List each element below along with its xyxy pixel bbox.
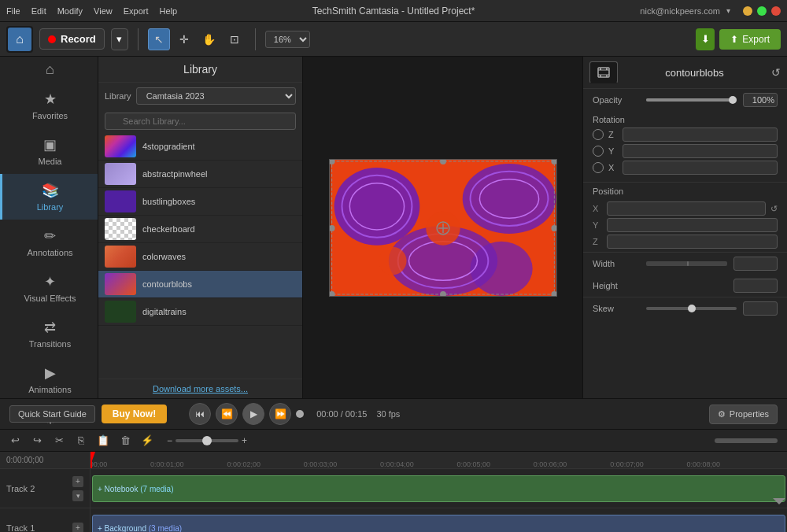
select-tool-button[interactable]: ↖ xyxy=(148,28,170,50)
svg-rect-31 xyxy=(606,76,608,77)
timeline-scrollbar[interactable] xyxy=(715,438,778,443)
sidebar-item-visual-effects[interactable]: ✦ Visual Effects xyxy=(0,265,98,311)
opacity-slider[interactable] xyxy=(646,98,737,102)
skew-slider[interactable] xyxy=(646,307,737,310)
library-item[interactable]: bustlingboxes xyxy=(98,188,302,216)
download-arrow-button[interactable]: ⬇ xyxy=(696,28,715,50)
width-input[interactable]: 1,920.0 xyxy=(733,257,778,271)
delete-button[interactable]: 🗑 xyxy=(116,432,134,449)
track-2-content[interactable]: + Notebook (7 media) xyxy=(91,469,787,508)
sidebar-item-home[interactable]: ⌂ xyxy=(0,57,98,83)
time-display: 00:00 / 00:15 xyxy=(316,409,367,419)
pos-x-reset-button[interactable]: ↺ xyxy=(770,204,778,214)
step-back-button[interactable]: ⏪ xyxy=(216,403,238,425)
svg-rect-28 xyxy=(600,68,601,70)
pos-z-input[interactable]: 0.0 xyxy=(607,235,778,249)
sidebar-item-library[interactable]: 📚 Library xyxy=(0,174,98,220)
pos-y-input[interactable]: -6.3 xyxy=(607,218,778,232)
library-panel: Library Library Camtasia 2023 🔍 4stopgra… xyxy=(98,57,303,398)
zoom-select[interactable]: 16% xyxy=(265,31,310,48)
rotation-z-input[interactable]: 0.0° xyxy=(623,127,778,142)
play-pause-button[interactable]: ▶ xyxy=(242,403,264,425)
zoom-in-button[interactable]: + xyxy=(242,435,247,446)
library-item[interactable]: digitaltrains xyxy=(98,298,302,326)
rotation-header: Rotation xyxy=(583,111,787,126)
cut-button[interactable]: ✂ xyxy=(50,432,68,449)
zoom-out-button[interactable]: − xyxy=(167,435,172,446)
timeline-zoom-slider[interactable] xyxy=(176,439,238,442)
go-to-start-button[interactable]: ⏮ xyxy=(189,403,211,425)
track-2-collapse-button[interactable]: ▾ xyxy=(72,490,83,501)
menu-bar: File Edit Modify View Export Help xyxy=(6,6,177,16)
close-button[interactable] xyxy=(771,6,781,16)
rotation-x-input[interactable]: 0.0° xyxy=(623,161,778,175)
move-tool-button[interactable]: ✛ xyxy=(173,28,195,50)
record-dropdown-button[interactable]: ▾ xyxy=(111,28,128,50)
library-item[interactable]: 4stopgradient xyxy=(98,133,302,161)
menu-edit[interactable]: Edit xyxy=(31,6,46,16)
library-item[interactable]: checkerboard xyxy=(98,216,302,243)
record-button[interactable]: Record xyxy=(39,28,105,50)
search-input[interactable] xyxy=(105,113,296,130)
track-1-content[interactable]: + Background (3 media) xyxy=(91,508,787,532)
maximize-button[interactable] xyxy=(757,6,767,16)
menu-file[interactable]: File xyxy=(6,6,20,16)
track-2-clip[interactable]: + Notebook (7 media) xyxy=(92,475,785,502)
sidebar-item-media[interactable]: ▣ Media xyxy=(0,128,98,174)
rotation-y-input[interactable]: 0.0° xyxy=(623,144,778,158)
library-item[interactable]: colorwaves xyxy=(98,243,302,271)
skew-label: Skew xyxy=(593,304,640,313)
copy-button[interactable]: ⎘ xyxy=(72,432,90,449)
sidebar-item-annotations[interactable]: ✏ Annotations xyxy=(0,220,98,265)
properties-reset-button[interactable]: ↺ xyxy=(771,66,781,79)
track-1-add-button[interactable]: + xyxy=(72,523,83,533)
search-row: 🔍 xyxy=(98,109,302,133)
film-icon xyxy=(597,65,611,79)
lib-thumb xyxy=(105,190,136,212)
quick-start-guide-button[interactable]: Quick Start Guide xyxy=(9,405,95,423)
split-button[interactable]: ⚡ xyxy=(139,432,156,449)
redo-button[interactable]: ↪ xyxy=(28,432,46,449)
rotation-y-row: Y 0.0° xyxy=(593,144,778,158)
pos-x-label: X xyxy=(593,204,602,213)
ruler-mark-1: 0:00:01;00 xyxy=(150,460,184,468)
properties-tab[interactable] xyxy=(589,61,618,83)
menu-modify[interactable]: Modify xyxy=(57,6,83,16)
menu-help[interactable]: Help xyxy=(160,6,178,16)
menu-export[interactable]: Export xyxy=(124,6,149,16)
opacity-value[interactable] xyxy=(743,93,778,107)
visual-effects-label: Visual Effects xyxy=(24,294,76,303)
height-input[interactable]: 1,080.0 xyxy=(733,279,778,293)
library-item-selected[interactable]: contourblobs xyxy=(98,271,302,298)
preview-area xyxy=(303,57,582,398)
paste-button[interactable]: 📋 xyxy=(94,432,112,449)
timeline-dot[interactable] xyxy=(296,410,304,418)
export-button[interactable]: ⬆ Export xyxy=(719,29,781,50)
dropdown-icon[interactable]: ▾ xyxy=(726,6,730,15)
sidebar-item-animations[interactable]: ▶ Animations xyxy=(0,357,98,402)
download-more-label[interactable]: Download more assets... xyxy=(105,384,296,393)
sidebar-item-favorites[interactable]: ★ Favorites xyxy=(0,83,98,128)
buy-now-button[interactable]: Buy Now! xyxy=(102,405,167,423)
menu-view[interactable]: View xyxy=(94,6,113,16)
rotation-x-icon xyxy=(593,162,604,173)
lib-thumb xyxy=(105,135,136,157)
crop-tool-button[interactable]: ⊡ xyxy=(224,28,246,50)
track-1-clip[interactable]: + Background (3 media) xyxy=(92,515,785,532)
undo-button[interactable]: ↩ xyxy=(6,432,24,449)
transitions-icon: ⇄ xyxy=(44,319,56,336)
width-row: Width 1,920.0 xyxy=(583,252,787,275)
skew-input[interactable]: 0 xyxy=(743,301,778,316)
hand-tool-button[interactable]: ✋ xyxy=(198,28,220,50)
track-2-add-button[interactable]: + xyxy=(72,476,83,487)
minimize-button[interactable] xyxy=(743,6,752,16)
library-footer: Download more assets... xyxy=(98,379,302,398)
library-select[interactable]: Camtasia 2023 xyxy=(136,87,296,105)
pos-x-input[interactable]: -4.4 xyxy=(607,201,766,216)
library-item[interactable]: abstractpinwheel xyxy=(98,161,302,188)
properties-button[interactable]: ⚙ Properties xyxy=(709,405,778,424)
track-labels: 0:00:00;00 Track 2 + ▾ Track 1 + xyxy=(0,452,91,532)
sidebar-item-transitions[interactable]: ⇄ Transitions xyxy=(0,311,98,357)
home-button[interactable]: ⌂ xyxy=(8,28,31,51)
step-forward-button[interactable]: ⏩ xyxy=(269,403,291,425)
